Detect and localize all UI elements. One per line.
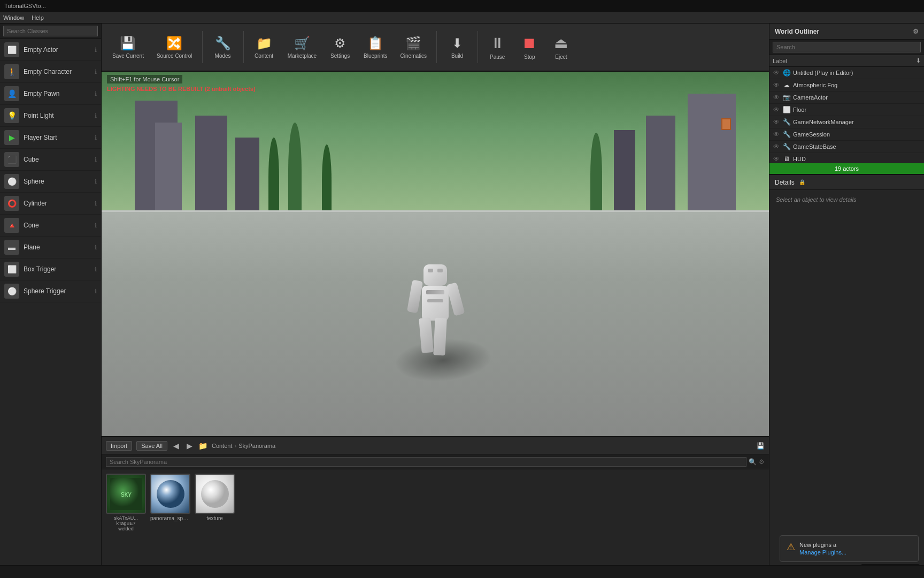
panel-item-cylinder[interactable]: ⭕ Cylinder ℹ	[0, 193, 101, 215]
manage-plugins-link[interactable]: Manage Plugins...	[799, 549, 846, 556]
source-control-button[interactable]: 🔀 Source Control	[151, 33, 198, 62]
actor-label-2: CameraActor	[793, 94, 921, 101]
toolbar-sep-1	[202, 31, 203, 63]
panel-item-sphere-trigger[interactable]: ⚪ Sphere Trigger ℹ	[0, 280, 101, 302]
tree-1	[268, 138, 279, 218]
stop-label: Stop	[524, 54, 535, 60]
marketplace-icon: 🛒	[294, 36, 310, 51]
panel-item-point-light[interactable]: 💡 Point Light ℹ	[0, 105, 101, 127]
build-button[interactable]: ⬇ Build	[441, 33, 473, 62]
outliner-item-3[interactable]: 👁 ⬜ Floor	[769, 104, 924, 116]
breadcrumb-content[interactable]: Content	[212, 443, 233, 449]
robot-leg-right	[433, 317, 447, 355]
cb-search-input[interactable]	[106, 457, 746, 467]
cinematics-button[interactable]: 🎬 Cinematics	[395, 33, 432, 62]
panel-item-sphere[interactable]: ⚪ Sphere ℹ	[0, 171, 101, 193]
eye-icon-1: 👁	[773, 81, 780, 89]
outliner-search-input[interactable]	[773, 42, 921, 52]
player-start-label: Player Start	[24, 134, 90, 141]
details-empty-message: Select an object to view details	[769, 190, 924, 209]
panel-item-player-start[interactable]: ▶ Player Start ℹ	[0, 127, 101, 149]
cb-save-icon: 💾	[757, 442, 765, 450]
cb-search-area: 🔍 ⚙	[102, 454, 769, 469]
menu-help[interactable]: Help	[32, 14, 44, 21]
viewport[interactable]: Shift+F1 for Mouse Cursor LIGHTING NEEDS…	[102, 72, 769, 436]
cb-filter-icon[interactable]: ⚙	[759, 458, 765, 466]
toolbar-sep-4	[478, 31, 478, 63]
stop-button[interactable]: ⏹ Stop	[514, 31, 544, 63]
cone-info: ℹ	[95, 222, 97, 229]
panel-item-empty-actor[interactable]: ⬜ Empty Actor ℹ	[0, 39, 101, 61]
build-label: Build	[451, 53, 463, 59]
actor-icon-6: 🔧	[782, 142, 791, 151]
left-panel: ⬜ Empty Actor ℹ 🚶 Empty Character ℹ 👤 Em…	[0, 24, 102, 578]
asset-item-2[interactable]: panorama_sphere	[150, 474, 190, 574]
asset-thumb-3	[195, 474, 235, 514]
toolbar-sep-3	[436, 31, 437, 63]
actor-label-1: Atmospheric Fog	[793, 82, 921, 88]
toolbar-sep-2	[243, 31, 244, 63]
panel-item-cube[interactable]: ⬛ Cube ℹ	[0, 149, 101, 171]
actor-label-5: GameSession	[793, 131, 921, 138]
settings-button[interactable]: ⚙ Settings	[324, 33, 356, 62]
blueprints-label: Blueprints	[364, 53, 387, 59]
outliner-item-5[interactable]: 👁 🔧 GameSession	[769, 128, 924, 141]
actor-label-3: Floor	[793, 107, 921, 113]
toolbar: 💾 Save Current 🔀 Source Control 🔧 Modes …	[102, 24, 769, 72]
empty-actor-icon: ⬜	[4, 42, 19, 57]
building-3	[195, 116, 227, 218]
actor-label-4: GameNetworkManager	[793, 119, 921, 125]
details-header: Details 🔒	[769, 175, 924, 190]
save-all-button[interactable]: Save All	[136, 441, 167, 451]
robot-arm-left	[407, 280, 423, 314]
panel-item-empty-character[interactable]: 🚶 Empty Character ℹ	[0, 61, 101, 83]
pause-button[interactable]: ⏸ Pause	[482, 31, 512, 63]
modes-button[interactable]: 🔧 Modes	[207, 33, 239, 62]
save-current-button[interactable]: 💾 Save Current	[107, 33, 149, 62]
outliner-item-6[interactable]: 👁 🔧 GameStateBase	[769, 141, 924, 153]
outliner-item-1[interactable]: 👁 ☁ Atmospheric Fog	[769, 79, 924, 92]
source-control-icon: 🔀	[166, 36, 182, 51]
outliner-item-4[interactable]: 👁 🔧 GameNetworkManager	[769, 116, 924, 128]
actor-label-0: Untitled (Play in Editor)	[793, 70, 921, 76]
outliner-item-2[interactable]: 👁 📷 CameraActor	[769, 92, 924, 104]
box-trigger-label: Box Trigger	[24, 265, 90, 273]
nav-forward-button[interactable]: ▶	[185, 442, 194, 450]
import-button[interactable]: Import	[106, 441, 132, 451]
col-sort-icon: ⬇	[916, 57, 921, 64]
panel-item-plane[interactable]: ▬ Plane ℹ	[0, 237, 101, 258]
breadcrumb-skypanorama[interactable]: SkyPanorama	[238, 443, 275, 449]
cone-label: Cone	[24, 222, 90, 229]
eject-button[interactable]: ⏏ Eject	[546, 31, 575, 63]
cylinder-icon: ⭕	[4, 196, 19, 211]
blueprints-button[interactable]: 📋 Blueprints	[358, 33, 392, 62]
menu-window[interactable]: Window	[3, 14, 24, 21]
outliner-settings-icon[interactable]: ⚙	[913, 28, 919, 35]
marketplace-button[interactable]: 🛒 Marketplace	[282, 33, 322, 62]
nav-back-button[interactable]: ◀	[172, 442, 181, 450]
robot-body	[422, 286, 449, 321]
panel-item-cone[interactable]: 🔺 Cone ℹ	[0, 215, 101, 237]
notification-text: New plugins a	[799, 542, 836, 548]
asset-item-3[interactable]: texture	[195, 474, 235, 574]
outliner-item-7[interactable]: 👁 🖥 HUD	[769, 153, 924, 163]
settings-label: Settings	[330, 53, 350, 59]
cylinder-label: Cylinder	[24, 200, 90, 207]
empty-character-label: Empty Character	[24, 68, 90, 75]
asset-label-2: panorama_sphere	[150, 515, 190, 521]
sky-bg	[102, 72, 769, 217]
breadcrumb-sep-1: ›	[234, 443, 236, 449]
panel-item-empty-pawn[interactable]: 👤 Empty Pawn ℹ	[0, 83, 101, 105]
asset-item-1[interactable]: SKY skATxAU...kTagBE7welded	[106, 474, 146, 574]
tree-3	[322, 144, 332, 217]
outliner-item-0[interactable]: 👁 🌐 Untitled (Play in Editor)	[769, 67, 924, 79]
content-button[interactable]: 📁 Content	[248, 33, 280, 62]
actor-label-7: HUD	[793, 156, 921, 162]
cone-icon: 🔺	[4, 218, 19, 233]
building-6	[646, 116, 675, 218]
place-search-input[interactable]	[3, 26, 98, 36]
sphere-icon: ⚪	[4, 174, 19, 189]
eye-icon-3: 👁	[773, 106, 780, 113]
sphere-trigger-label: Sphere Trigger	[24, 287, 90, 295]
panel-item-box-trigger[interactable]: ⬜ Box Trigger ℹ	[0, 258, 101, 280]
